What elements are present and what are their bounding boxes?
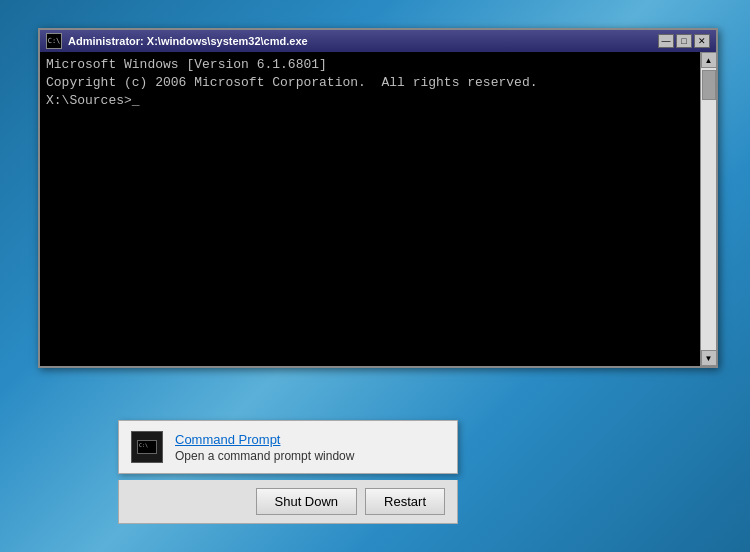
tooltip-cmd-icon bbox=[131, 431, 163, 463]
cmd-line-2: Copyright (c) 2006 Microsoft Corporation… bbox=[46, 74, 694, 92]
tooltip-title[interactable]: Command Prompt bbox=[175, 432, 354, 447]
cmd-close-button[interactable]: ✕ bbox=[694, 34, 710, 48]
cmd-body-wrapper: Microsoft Windows [Version 6.1.6801] Cop… bbox=[40, 52, 716, 366]
cmd-line-1: Microsoft Windows [Version 6.1.6801] bbox=[46, 56, 694, 74]
cmd-title: Administrator: X:\windows\system32\cmd.e… bbox=[68, 35, 658, 47]
scrollbar-thumb[interactable] bbox=[702, 70, 716, 100]
tooltip-text-area: Command Prompt Open a command prompt win… bbox=[175, 432, 354, 463]
shutdown-button[interactable]: Shut Down bbox=[256, 488, 358, 515]
tooltip-cmd-icon-inner bbox=[137, 440, 157, 454]
cmd-line-4: X:\Sources>_ bbox=[46, 92, 694, 110]
cmd-minimize-button[interactable]: — bbox=[658, 34, 674, 48]
cmd-scrollbar[interactable]: ▲ ▼ bbox=[700, 52, 716, 366]
cmd-window: C:\ Administrator: X:\windows\system32\c… bbox=[38, 28, 718, 368]
cmd-titlebar: C:\ Administrator: X:\windows\system32\c… bbox=[40, 30, 716, 52]
cmd-body: Microsoft Windows [Version 6.1.6801] Cop… bbox=[40, 52, 700, 366]
scrollbar-up-arrow[interactable]: ▲ bbox=[701, 52, 717, 68]
tooltip-description: Open a command prompt window bbox=[175, 449, 354, 463]
scrollbar-track[interactable] bbox=[701, 68, 716, 350]
bottom-bar: Shut Down Restart bbox=[118, 480, 458, 524]
cmd-maximize-button[interactable]: □ bbox=[676, 34, 692, 48]
restart-button[interactable]: Restart bbox=[365, 488, 445, 515]
tooltip-popup: Command Prompt Open a command prompt win… bbox=[118, 420, 458, 474]
scrollbar-down-arrow[interactable]: ▼ bbox=[701, 350, 717, 366]
cmd-controls[interactable]: — □ ✕ bbox=[658, 34, 710, 48]
cmd-window-icon: C:\ bbox=[46, 33, 62, 49]
